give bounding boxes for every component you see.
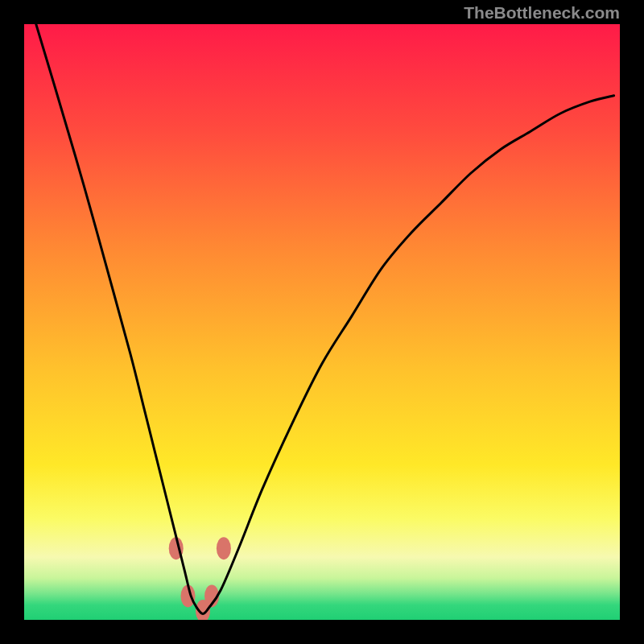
chart-canvas: TheBottleneck.com (0, 0, 644, 644)
bottleneck-curve (36, 24, 614, 614)
curve-marker (217, 537, 231, 559)
watermark-text: TheBottleneck.com (464, 3, 620, 23)
plot-area (24, 24, 620, 620)
curve-layer (24, 24, 620, 620)
